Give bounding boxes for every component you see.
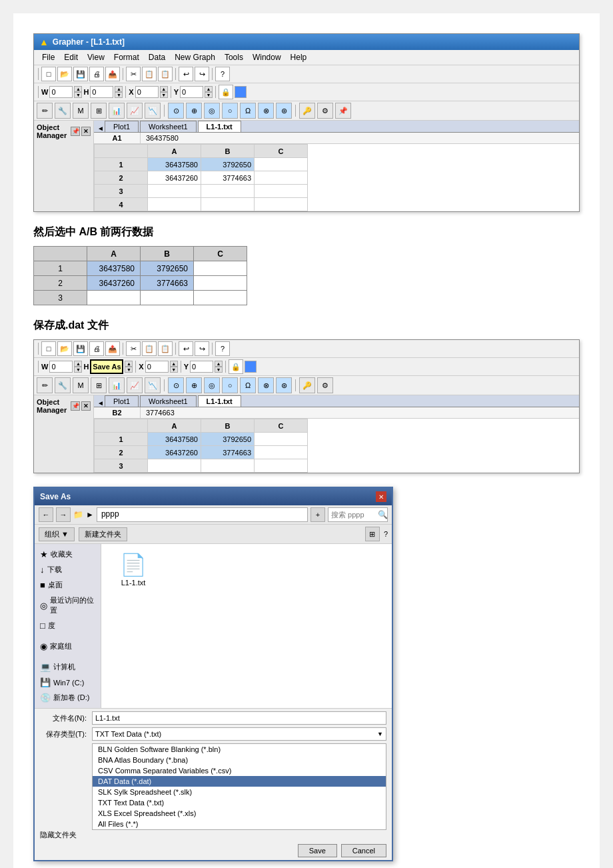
menu-window[interactable]: Window — [249, 51, 285, 63]
col-b-header-1[interactable]: B — [201, 145, 255, 158]
new-btn-2[interactable]: □ — [41, 341, 56, 356]
obj-mgr-close-2[interactable]: ✕ — [81, 401, 91, 411]
new-btn[interactable]: □ — [41, 67, 56, 81]
sidebar-item-downloads[interactable]: ↓ 下载 — [35, 562, 101, 577]
w-input[interactable] — [49, 86, 73, 98]
dropdown-item-bna[interactable]: BNA Atlas Boundary (*.bna) — [93, 755, 386, 765]
cell-4b[interactable] — [201, 198, 255, 211]
y-input[interactable] — [180, 86, 203, 98]
tab-l1txt-2[interactable]: L1-1.txt — [198, 395, 241, 407]
open-btn[interactable]: 📂 — [57, 67, 72, 81]
color-tool-5[interactable]: Ω — [240, 103, 256, 119]
color-tool-1[interactable]: ⊙ — [168, 103, 184, 119]
y-spinner-2[interactable]: ▲▼ — [215, 361, 223, 373]
obj-mgr-pin-2[interactable]: 📌 — [71, 401, 80, 411]
sp2-r1-c[interactable] — [255, 433, 308, 446]
st1-col-c[interactable]: C — [194, 247, 247, 261]
st1-r1-b[interactable]: 3792650 — [141, 261, 194, 276]
sidebar-item-degree[interactable]: □ 度 — [35, 618, 101, 633]
cell-3b[interactable] — [201, 185, 255, 198]
savetype-dropdown[interactable]: TXT Text Data (*.txt) ▼ — [92, 727, 386, 741]
cell-4c[interactable] — [255, 198, 308, 211]
draw-btn-2[interactable]: 🔧 — [55, 103, 71, 119]
save-btn-2[interactable]: 💾 — [73, 341, 88, 356]
sp2-r3-a[interactable] — [148, 459, 201, 473]
dropdown-item-csv[interactable]: CSV Comma Separated Variables (*.csv) — [93, 765, 386, 776]
sidebar-item-computer[interactable]: 💻 计算机 — [35, 659, 101, 675]
draw-btn-2-6[interactable]: 📈 — [127, 377, 143, 393]
st1-r2-a[interactable]: 36437260 — [87, 276, 141, 291]
draw-btn-2-1[interactable]: ✏ — [37, 377, 53, 393]
st1-r2-c[interactable] — [194, 276, 247, 291]
view-btn[interactable]: ⊞ — [365, 527, 380, 541]
print-btn-2[interactable]: 🖨 — [89, 341, 104, 356]
export-btn[interactable]: 📤 — [105, 67, 120, 81]
sidebar-item-homegroup[interactable]: ◉ 家庭组 — [35, 639, 101, 654]
sidebar-item-desktop[interactable]: ■ 桌面 — [35, 577, 101, 593]
menu-file[interactable]: File — [38, 51, 59, 63]
color-tool-2[interactable]: ⊕ — [186, 103, 202, 119]
copy-btn-2[interactable]: 📋 — [142, 341, 157, 356]
cut-btn-2[interactable]: ✂ — [126, 341, 141, 356]
tab-nav-left-2[interactable]: ◄ — [97, 399, 105, 407]
color-tool-6[interactable]: ⊗ — [258, 103, 274, 119]
paste-btn[interactable]: 📋 — [158, 67, 173, 81]
sp2-r3-b[interactable] — [201, 459, 255, 473]
lock-btn-2[interactable]: 🔒 — [229, 359, 243, 374]
sidebar-item-win7[interactable]: 💾 Win7 (C:) — [35, 675, 101, 690]
draw-btn-5[interactable]: 📊 — [109, 103, 125, 119]
obj-mgr-close[interactable]: ✕ — [81, 127, 91, 136]
col-a-header-1[interactable]: A — [148, 145, 201, 158]
col-c-header-1[interactable]: C — [255, 145, 308, 158]
color-tool-2-2[interactable]: ⊕ — [186, 377, 202, 393]
tab-plot1-2[interactable]: Plot1 — [105, 395, 139, 407]
obj-mgr-pin[interactable]: 📌 — [71, 127, 80, 136]
save-btn[interactable]: 💾 — [73, 67, 88, 81]
extra-btn-2[interactable]: ⚙ — [317, 103, 333, 119]
extra-btn-2-2[interactable]: ⚙ — [317, 377, 333, 393]
menu-help[interactable]: Help — [287, 51, 311, 63]
nav-forward-btn[interactable]: → — [56, 507, 71, 522]
paste-btn-2[interactable]: 📋 — [158, 341, 173, 356]
sp2-r1-b[interactable]: 3792650 — [201, 433, 255, 446]
extra-btn-1[interactable]: 🔑 — [299, 103, 315, 119]
y-input-2[interactable] — [190, 361, 213, 373]
st1-r3-c[interactable] — [194, 291, 247, 305]
sp2-r2-b[interactable]: 3774663 — [201, 446, 255, 459]
organize-btn[interactable]: 组织 ▼ — [39, 527, 75, 541]
dropdown-item-bln[interactable]: BLN Golden Software Blanking (*.bln) — [93, 744, 386, 755]
draw-btn-3[interactable]: M — [73, 103, 89, 119]
draw-btn-2-7[interactable]: 📉 — [145, 377, 161, 393]
st1-r1-a[interactable]: 36437580 — [87, 261, 141, 276]
color-tool-2-1[interactable]: ⊙ — [168, 377, 184, 393]
col-b-header-2[interactable]: B — [201, 419, 255, 433]
cell-2c[interactable] — [255, 171, 308, 185]
filename-input[interactable] — [92, 711, 386, 725]
y-spinner[interactable]: ▲▼ — [205, 86, 213, 98]
cell-2b[interactable]: 3774663 — [201, 171, 255, 185]
x-input[interactable] — [135, 86, 159, 98]
h-spinner[interactable]: ▲▼ — [115, 86, 123, 98]
draw-btn-4[interactable]: ⊞ — [91, 103, 107, 119]
extra-btn-3[interactable]: 📌 — [335, 103, 351, 119]
breadcrumb-path[interactable]: pppp — [97, 507, 308, 522]
color-tool-2-3[interactable]: ◎ — [204, 377, 220, 393]
dropdown-item-dat[interactable]: DAT Data (*.dat) — [93, 776, 386, 787]
st1-r1-c[interactable] — [194, 261, 247, 276]
file-item-l1txt[interactable]: 📄 L1-1.txt — [107, 549, 160, 589]
col-a-header-2[interactable]: A — [148, 419, 201, 433]
draw-btn-1[interactable]: ✏ — [37, 103, 53, 119]
color-btn-2[interactable] — [245, 361, 257, 373]
nav-extra-btn[interactable]: + — [310, 507, 325, 522]
menu-data[interactable]: Data — [145, 51, 169, 63]
st1-col-a[interactable]: A — [87, 247, 141, 261]
cell-4a[interactable] — [148, 198, 201, 211]
st1-r3-a[interactable] — [87, 291, 141, 305]
redo-btn-2[interactable]: ↪ — [195, 341, 209, 356]
x-spinner[interactable]: ▲▼ — [160, 86, 168, 98]
cell-2a[interactable]: 36437260 — [148, 171, 201, 185]
draw-btn-2-4[interactable]: ⊞ — [91, 377, 107, 393]
h-spinner-2[interactable]: ▲▼ — [125, 361, 133, 373]
cell-1a[interactable]: 36437580 — [148, 158, 201, 171]
help-btn-2[interactable]: ? — [215, 341, 230, 356]
